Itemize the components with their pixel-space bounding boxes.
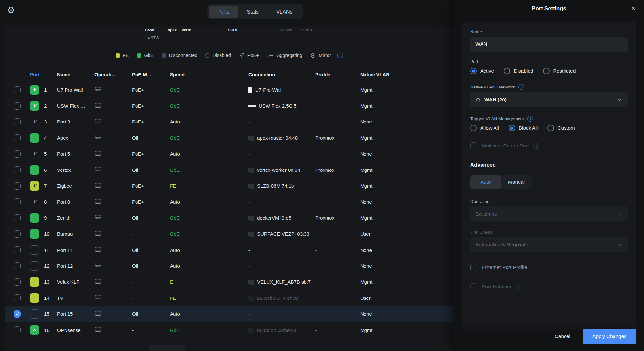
radio-port-restricted[interactable]: Restricted xyxy=(543,68,576,74)
port-status-icon xyxy=(30,229,39,239)
radio-tagged-custom[interactable]: Custom xyxy=(547,125,575,131)
radio-tagged-block-all[interactable]: Block All xyxy=(509,125,538,131)
radio-port-disabled[interactable]: Disabled xyxy=(504,68,533,74)
table-header-row: PortNameOperati…PoE M…SpeedConnectionPro… xyxy=(5,67,454,82)
row-checkbox[interactable] xyxy=(14,214,21,221)
operation-label: Operation xyxy=(470,199,628,204)
port-status-icon xyxy=(30,261,39,271)
native-vlan-select[interactable]: WAN (20) xyxy=(470,92,628,107)
port-isolation-checkbox-row[interactable]: Port Isolation i xyxy=(470,283,628,290)
port-map-labels: USW …apex-…verte…SURF…LGwe…00:d0… xyxy=(5,28,454,34)
table-row-port-9[interactable]: 9Zenith OffGbEdockerVM f9:e5ProxmoxMgmt xyxy=(5,210,454,226)
info-icon[interactable]: i xyxy=(518,84,524,90)
speed-cell: GbE xyxy=(170,103,248,109)
table-row-port-13[interactable]: 13Velux KLF -EVELUX_KLF_AB7B ab:7-Mgmt xyxy=(5,274,454,290)
row-checkbox[interactable] xyxy=(14,150,21,158)
settings-gear-icon[interactable]: ⚙ xyxy=(7,5,15,16)
table-row-port-14[interactable]: 14TV -FELGwebOSTV ef:08-User xyxy=(5,290,454,306)
link-speed-select[interactable]: Automatically Negotiate xyxy=(470,237,628,252)
column-header-profile: Profile xyxy=(315,72,360,77)
connection-cell: LGwebOSTV ef:08 xyxy=(248,295,315,301)
tab-ports[interactable]: Ports xyxy=(209,6,238,18)
pagination-chip[interactable] xyxy=(149,345,185,351)
column-header-operati-: Operati… xyxy=(94,72,132,77)
ethernet-profile-checkbox[interactable] xyxy=(470,264,477,271)
segment-manual[interactable]: Manual xyxy=(501,175,532,189)
legend-item-gbe: GbE xyxy=(137,53,154,58)
switching-device-icon xyxy=(94,150,101,157)
poe-bolt-icon xyxy=(239,53,244,58)
table-row-port-8[interactable]: 8Port 8 PoE+Auto--None xyxy=(5,194,454,210)
info-icon[interactable]: i xyxy=(533,143,539,149)
multicast-checkbox[interactable] xyxy=(470,142,477,149)
disabled-swatch xyxy=(205,53,209,58)
name-input[interactable] xyxy=(470,37,628,52)
connection-cell: - xyxy=(248,119,315,124)
table-row-port-15[interactable]: 15Port 15 OffAuto--None xyxy=(5,306,454,322)
table-row-port-5[interactable]: 5Port 5 PoE+Auto--None xyxy=(5,146,454,162)
row-checkbox[interactable] xyxy=(14,134,21,141)
row-checkbox[interactable] xyxy=(14,166,21,173)
port-status-icon xyxy=(30,133,39,143)
row-checkbox[interactable] xyxy=(14,262,21,269)
row-checkbox[interactable] xyxy=(14,326,21,333)
port-status-icon xyxy=(30,101,39,111)
tab-vlans[interactable]: VLANs xyxy=(268,6,301,18)
operation-select[interactable]: Switching xyxy=(470,206,628,221)
poe-mode-cell: Off xyxy=(132,215,170,221)
info-icon[interactable]: i xyxy=(516,284,521,290)
ethernet-profile-label: Ethernet Port Profile xyxy=(482,264,527,270)
port-isolation-checkbox[interactable] xyxy=(470,283,477,290)
info-icon[interactable]: i xyxy=(337,53,343,58)
table-row-port-1[interactable]: 1U7 Pro Wall PoE+GbEU7-Pro-Wall-Mgmt xyxy=(5,82,454,98)
chevron-down-icon xyxy=(616,97,623,103)
operation-cell xyxy=(94,134,132,141)
ethernet-profile-checkbox-row[interactable]: Ethernet Port Profile xyxy=(470,264,628,271)
connection-cell: vertex-worker 00:84 xyxy=(248,167,315,173)
column-header-port[interactable]: Port xyxy=(30,72,57,77)
operation-cell xyxy=(94,214,132,221)
row-checkbox[interactable] xyxy=(14,118,21,125)
row-checkbox[interactable] xyxy=(14,198,21,205)
name-label: Name xyxy=(470,29,628,34)
port-status-icon xyxy=(30,277,39,287)
advanced-heading: Advanced xyxy=(470,162,628,168)
table-row-port-3[interactable]: 3Port 3 PoE+Auto--None xyxy=(5,114,454,130)
row-checkbox[interactable] xyxy=(14,102,21,110)
row-checkbox[interactable] xyxy=(14,246,21,253)
table-row-port-2[interactable]: 2USW Flex … PoE+GbEUSW Flex 2.5G 5-Mgmt xyxy=(5,98,454,113)
table-row-port-12[interactable]: 12Port 12 OffAuto--None xyxy=(5,258,454,274)
row-checkbox[interactable] xyxy=(14,294,21,301)
speed-cell: Auto xyxy=(170,247,248,253)
aggregating-icon xyxy=(267,53,274,58)
radio-port-active[interactable]: Active xyxy=(470,68,494,74)
poe-bolt-icon xyxy=(32,119,37,124)
radio-dot xyxy=(509,125,515,131)
table-row-port-10[interactable]: 10Bureau -GbESURFACE-VEZPI 03:33-User xyxy=(5,226,454,242)
port-isolation-label: Port Isolation xyxy=(482,284,511,290)
segment-auto[interactable]: Auto xyxy=(470,175,501,189)
apply-changes-button[interactable]: Apply Changes xyxy=(583,329,636,344)
table-row-port-4[interactable]: 4Apex OffGbEapex-master 94:48ProxmoxMgmt xyxy=(5,130,454,146)
table-row-port-16[interactable]: 16OPNsense -GbE00:d0:b4:03:be:2b-Mgmt xyxy=(5,322,454,338)
advanced-mode-toggle: AutoManual xyxy=(470,175,532,189)
switching-device-icon xyxy=(94,166,101,172)
table-row-port-11[interactable]: 11Port 11 OffAuto--None xyxy=(5,242,454,258)
cancel-button[interactable]: Cancel xyxy=(555,333,570,339)
radio-tagged-allow-all[interactable]: Allow All xyxy=(470,125,499,131)
row-checkbox[interactable] xyxy=(14,278,21,286)
table-row-port-6[interactable]: 6Vertex OffGbEvertex-worker 00:84Proxmox… xyxy=(5,162,454,178)
row-checkbox[interactable] xyxy=(14,86,21,93)
tab-stats[interactable]: Stats xyxy=(238,6,267,18)
table-row-port-7[interactable]: 7Zigbee PoE+FESLZB-06M 74:1b-Mgmt xyxy=(5,178,454,193)
profile-cell: - xyxy=(315,231,360,237)
host-device-icon xyxy=(248,168,254,172)
multicast-router-checkbox-row[interactable]: Multicast Router Port i xyxy=(470,142,628,149)
close-icon[interactable]: ✕ xyxy=(631,5,636,12)
row-checkbox[interactable] xyxy=(14,310,21,318)
poe-mode-cell: - xyxy=(132,327,170,333)
row-checkbox[interactable] xyxy=(14,230,21,238)
info-icon[interactable]: i xyxy=(527,116,533,122)
row-checkbox[interactable] xyxy=(14,182,21,190)
switching-device-icon xyxy=(94,278,101,285)
